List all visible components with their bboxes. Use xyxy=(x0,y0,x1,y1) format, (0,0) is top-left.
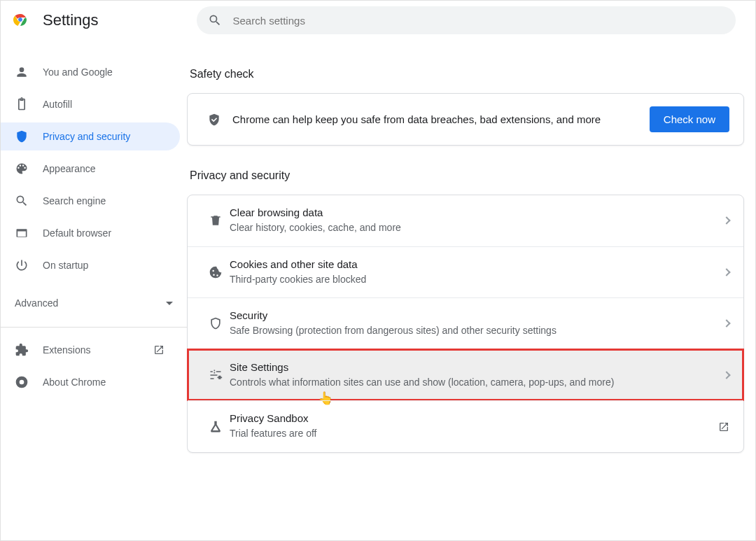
safety-check-heading: Safety check xyxy=(190,68,744,80)
power-icon xyxy=(15,258,29,272)
main-content: Safety check Chrome can help keep you sa… xyxy=(187,40,755,541)
search-icon xyxy=(15,194,29,208)
sidebar-item-privacy-security[interactable]: Privacy and security xyxy=(1,122,180,150)
sidebar-item-search-engine[interactable]: Search engine xyxy=(1,187,180,215)
row-title: Clear browsing data xyxy=(230,206,715,218)
row-subtitle: Safe Browsing (protection from dangerous… xyxy=(230,324,715,338)
privacy-security-card: Clear browsing data Clear history, cooki… xyxy=(187,195,744,453)
sidebar-item-label: Extensions xyxy=(43,344,90,356)
sidebar-item-label: You and Google xyxy=(43,66,113,78)
sidebar-item-about-chrome[interactable]: About Chrome xyxy=(1,368,180,396)
palette-icon xyxy=(15,162,29,176)
safety-check-text: Chrome can help keep you safe from data … xyxy=(227,112,650,127)
row-subtitle: Controls what information sites can use … xyxy=(230,376,715,390)
advanced-label: Advanced xyxy=(15,297,58,309)
open-in-new-icon xyxy=(153,344,164,356)
header: Settings xyxy=(1,1,755,40)
chrome-logo-icon xyxy=(12,11,43,30)
row-cookies[interactable]: Cookies and other site data Third-party … xyxy=(188,246,743,298)
row-title: Site Settings xyxy=(230,361,715,373)
chevron-right-icon xyxy=(722,371,730,379)
shield-outline-icon xyxy=(209,316,223,330)
chevron-right-icon xyxy=(722,268,730,276)
person-icon xyxy=(15,65,29,79)
chrome-grey-icon xyxy=(15,375,29,389)
sidebar-item-label: On startup xyxy=(43,260,88,271)
row-subtitle: Clear history, cookies, cache, and more xyxy=(230,221,715,235)
sidebar-advanced-toggle[interactable]: Advanced xyxy=(1,283,187,323)
sidebar-item-label: Default browser xyxy=(43,227,111,239)
sidebar-item-label: Autofill xyxy=(43,99,72,110)
row-site-settings[interactable]: Site Settings Controls what information … xyxy=(188,349,743,401)
flask-icon xyxy=(209,420,223,434)
sidebar-item-extensions[interactable]: Extensions xyxy=(1,336,180,364)
clipboard-icon xyxy=(15,97,29,111)
divider xyxy=(1,327,187,328)
chevron-down-icon xyxy=(166,302,173,305)
sidebar-item-label: About Chrome xyxy=(43,377,106,388)
sidebar-item-label: Privacy and security xyxy=(43,131,130,142)
cookie-icon xyxy=(209,265,223,279)
row-security[interactable]: Security Safe Browsing (protection from … xyxy=(188,297,743,349)
safety-check-card: Chrome can help keep you safe from data … xyxy=(187,93,744,146)
privacy-security-heading: Privacy and security xyxy=(190,169,744,182)
shield-icon xyxy=(15,129,29,143)
sidebar: You and Google Autofill Privacy and secu… xyxy=(1,40,187,541)
trash-icon xyxy=(209,213,223,227)
chevron-right-icon xyxy=(722,320,730,328)
row-clear-browsing-data[interactable]: Clear browsing data Clear history, cooki… xyxy=(188,195,743,246)
tune-icon xyxy=(209,368,223,382)
row-title: Security xyxy=(230,309,715,321)
sidebar-item-appearance[interactable]: Appearance xyxy=(1,155,180,183)
check-now-button[interactable]: Check now xyxy=(650,106,729,132)
sidebar-item-label: Search engine xyxy=(43,195,106,206)
sidebar-item-you-and-google[interactable]: You and Google xyxy=(1,58,180,86)
row-title: Privacy Sandbox xyxy=(230,412,710,424)
row-privacy-sandbox[interactable]: Privacy Sandbox Trial features are off xyxy=(188,400,743,452)
browser-icon xyxy=(15,226,29,240)
search-icon xyxy=(208,13,222,27)
sidebar-item-autofill[interactable]: Autofill xyxy=(1,90,180,118)
open-in-new-icon xyxy=(718,421,729,433)
sidebar-item-on-startup[interactable]: On startup xyxy=(1,251,180,279)
shield-check-icon xyxy=(207,113,221,127)
row-subtitle: Trial features are off xyxy=(230,427,710,441)
search-input[interactable] xyxy=(233,15,725,27)
page-title: Settings xyxy=(43,11,99,29)
extension-icon xyxy=(15,343,29,357)
row-subtitle: Third-party cookies are blocked xyxy=(230,273,715,287)
sidebar-item-label: Appearance xyxy=(43,163,96,174)
row-title: Cookies and other site data xyxy=(230,258,715,270)
sidebar-item-default-browser[interactable]: Default browser xyxy=(1,219,180,247)
search-settings[interactable] xyxy=(197,6,736,34)
chevron-right-icon xyxy=(722,217,730,225)
